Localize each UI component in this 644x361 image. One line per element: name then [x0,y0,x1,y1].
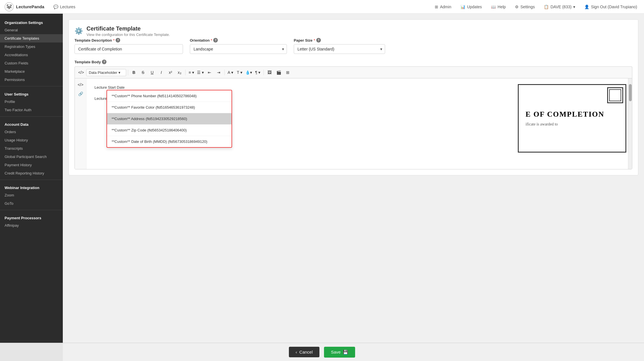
outdent-btn[interactable]: ⇤ [206,68,214,76]
indent-btn[interactable]: ⇥ [215,68,223,76]
font-size-btn[interactable]: T ▾ [236,68,243,76]
sidebar-item-global-participant-search[interactable]: Global Participant Search [0,153,63,161]
sidebar-divider-4 [0,210,63,210]
paragraph-btn[interactable]: ¶ ▾ [254,68,262,76]
template-desc-input[interactable] [75,44,183,54]
required-star-paper: * [314,38,315,42]
sidebar-item-zoom[interactable]: Zoom [0,191,63,199]
orientation-group: Orientation * ? Landscape Portrait [190,38,287,54]
sidebar-item-accreditations[interactable]: Accreditations [0,51,63,59]
paper-size-select[interactable]: Letter (US Standard) A4 [294,44,385,54]
card-header: ⚙️ Certificate Template View the configu… [75,25,632,37]
sidebar-item-transcripts[interactable]: Transcripts [0,144,63,153]
sidebar-item-orders[interactable]: Orders [0,128,63,136]
sidebar-item-general[interactable]: General [0,26,63,34]
orientation-select-wrapper: Landscape Portrait [190,44,287,54]
lectures-label: Lectures [60,5,75,9]
dave-label: DAVE (833) [550,5,571,9]
superscript-btn[interactable]: x² [166,68,174,76]
bottom-action-bar: ‹ Cancel Save 💾 [0,343,644,361]
sidebar-item-registration-types[interactable]: Registration Types [0,42,63,51]
sidebar-divider-2 [0,116,63,117]
updates-icon: 📊 [460,5,465,9]
dave-chevron-icon: ▾ [573,5,575,9]
paper-size-select-wrapper: Letter (US Standard) A4 [294,44,385,54]
form-row-top: Template Description * ? Orientation * ? [75,38,632,54]
dd-zip-code[interactable]: **Custom** Zip Code (fld5653425186406400… [107,125,232,136]
editor-toolbar: </> Data Placeholder ▾ B S U I x² x₂ ≡ ▾… [75,66,632,78]
separator-3 [224,70,225,75]
sidebar-item-certificate-templates[interactable]: Certificate Templates [0,34,63,42]
signout-label: Sign Out (David Trupiano) [591,5,637,9]
dd-address[interactable]: **Custom** Address (fld51942330529218560… [107,113,232,125]
sidebar-item-marketplace[interactable]: Marketplace [0,67,63,76]
italic-btn[interactable]: I [157,68,165,76]
dd-favorite-color[interactable]: **Custom** Favorite Color (fld5165465361… [107,102,232,113]
link-btn[interactable]: 🔗 [77,90,84,98]
scrollbar[interactable] [628,78,632,169]
video-btn[interactable]: 🎬 [275,68,283,76]
nav-signout[interactable]: 👤 Sign Out (David Trupiano) [582,3,639,10]
strikethrough-btn[interactable]: S [139,68,147,76]
nav-right-area: ⊞ Admin 📊 Updates 📖 Help ⚙ Settings 📋 DA… [432,3,639,10]
org-section-title: Organization Settings [0,17,63,26]
nav-settings[interactable]: ⚙ Settings [513,3,537,10]
highlight-btn[interactable]: 💧▾ [245,68,253,76]
image-btn[interactable]: 🖼 [265,68,273,76]
template-desc-label: Template Description * ? [75,38,183,42]
code-btn[interactable]: </> [77,68,85,76]
template-body-label: Template Body ? [75,60,632,64]
nav-admin[interactable]: ⊞ Admin [432,3,454,10]
nav-updates[interactable]: 📊 Updates [458,3,484,10]
template-body-help-icon[interactable]: ? [102,60,106,64]
sidebar-item-usage-history[interactable]: Usage History [0,136,63,144]
font-color-btn[interactable]: A ▾ [226,68,234,76]
cert-preview: E OF COMPLETION ificate is awarded to [518,84,626,153]
help-icon: 📖 [491,5,496,9]
paper-size-group: Paper Size * ? Letter (US Standard) A4 [294,38,385,54]
sidebar-divider-1 [0,86,63,86]
template-body-section: Template Body ? </> Data Placeholder ▾ B… [75,60,632,169]
editor-area: </> 🔗 Lecture Start Date Lecture Start D… [75,78,632,169]
brand-name: LecturePanda [16,4,44,9]
sidebar-item-payment-history[interactable]: Payment History [0,161,63,169]
cancel-button[interactable]: ‹ Cancel [289,347,320,357]
back-chevron-icon: ‹ [296,350,297,354]
sidebar-item-two-factor[interactable]: Two Factor Auth [0,106,63,114]
template-desc-help-icon[interactable]: ? [116,38,120,42]
nav-dave[interactable]: 📋 DAVE (833) ▾ [542,3,577,10]
dd-date-of-birth[interactable]: **Custom** Date of Birth (MMDD) (fld5673… [107,136,232,147]
source-btn[interactable]: </> [77,81,84,89]
orientation-select[interactable]: Landscape Portrait [190,44,287,54]
bold-btn[interactable]: B [130,68,138,76]
sidebar: Organization Settings General Certificat… [0,14,63,361]
data-placeholder-dropdown-btn[interactable]: Data Placeholder ▾ [86,69,126,76]
main-content: ⚙️ Certificate Template View the configu… [63,14,644,361]
table-btn[interactable]: ⊞ [284,68,292,76]
sidebar-item-affinipay[interactable]: Affinipay [0,221,63,230]
ul-btn[interactable]: ≡ ▾ [187,68,195,76]
ol-btn[interactable]: ☰ ▾ [196,68,204,76]
dd-phone-number[interactable]: **Custom** Phone Number (fld511414050278… [107,90,232,102]
sidebar-item-profile[interactable]: Profile [0,98,63,106]
sidebar-item-credit-reporting-history[interactable]: Credit Reporting History [0,169,63,177]
orientation-help-icon[interactable]: ? [213,38,218,42]
cert-inner-corner [609,89,621,101]
save-button[interactable]: Save 💾 [324,347,355,358]
scroll-thumb[interactable] [629,84,632,101]
sidebar-item-goto[interactable]: GoTo [0,199,63,208]
gear-settings-icon: ⚙️ [75,27,83,35]
underline-btn[interactable]: U [148,68,156,76]
brand-icon: 🐼 [5,2,14,11]
sidebar-item-permissions[interactable]: Permissions [0,76,63,84]
cert-preview-title: E OF COMPLETION [526,110,604,119]
brand-logo-area[interactable]: 🐼 LecturePanda [5,2,44,11]
settings-label: Settings [520,5,535,9]
subscript-btn[interactable]: x₂ [176,68,184,76]
paper-help-icon[interactable]: ? [316,38,321,42]
nav-lectures[interactable]: 💬 Lectures [51,3,78,10]
certificate-template-card: ⚙️ Certificate Template View the configu… [69,19,638,175]
nav-help[interactable]: 📖 Help [489,3,508,10]
card-subtitle: View the configuration for this Certific… [86,33,170,37]
sidebar-item-custom-fields[interactable]: Custom Fields [0,59,63,67]
